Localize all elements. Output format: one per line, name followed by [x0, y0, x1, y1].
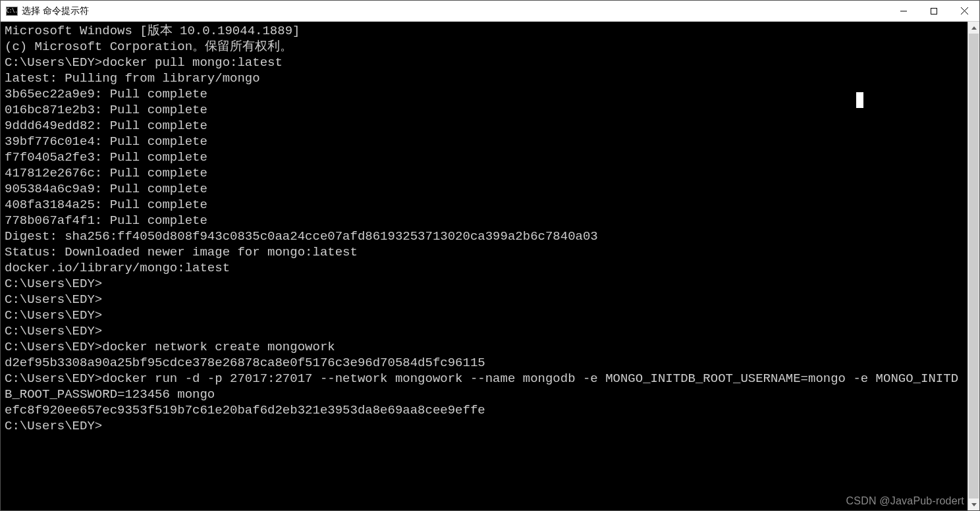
- scroll-up-button[interactable]: [968, 22, 979, 34]
- terminal-line: 778b067af4f1: Pull complete: [5, 213, 965, 229]
- title-bar[interactable]: C:\. 选择 命令提示符: [1, 1, 979, 22]
- minimize-icon: [900, 8, 907, 14]
- terminal-container: Microsoft Windows [版本 10.0.19044.1889](c…: [1, 22, 979, 510]
- window-frame: C:\. 选择 命令提示符 Microsoft Windows [版本 10.0…: [0, 0, 980, 511]
- terminal-line: 9ddd649edd82: Pull complete: [5, 118, 965, 134]
- selection-cursor: [856, 92, 863, 108]
- terminal-line: d2ef95b3308a90a25bf95cdce378e26878ca8e0f…: [5, 355, 965, 371]
- svg-rect-1: [931, 8, 937, 14]
- terminal-line: Status: Downloaded newer image for mongo…: [5, 244, 965, 260]
- terminal-line: C:\Users\EDY>docker run -d -p 27017:2701…: [5, 371, 965, 402]
- close-icon: [961, 7, 968, 14]
- terminal-line: 39bf776c01e4: Pull complete: [5, 134, 965, 149]
- terminal-line: 417812e2676c: Pull complete: [5, 165, 965, 181]
- window-title: 选择 命令提示符: [22, 5, 89, 17]
- terminal-line: C:\Users\EDY>docker network create mongo…: [5, 339, 965, 355]
- minimize-button[interactable]: [888, 1, 919, 21]
- scrollbar[interactable]: [967, 22, 979, 510]
- scroll-track[interactable]: [968, 34, 979, 498]
- scroll-thumb[interactable]: [969, 34, 979, 498]
- terminal-line: C:\Users\EDY>: [5, 292, 965, 308]
- terminal-line: C:\Users\EDY>: [5, 323, 965, 339]
- maximize-icon: [931, 8, 937, 14]
- terminal-line: Microsoft Windows [版本 10.0.19044.1889]: [5, 23, 965, 39]
- terminal-line: (c) Microsoft Corporation。保留所有权利。: [5, 39, 965, 55]
- scroll-down-button[interactable]: [968, 498, 979, 510]
- maximize-button[interactable]: [919, 1, 949, 21]
- window-controls: [888, 1, 979, 21]
- terminal-line: latest: Pulling from library/mongo: [5, 70, 965, 86]
- watermark-text: CSDN @JavaPub-rodert: [846, 495, 964, 507]
- terminal-line: C:\Users\EDY>: [5, 418, 965, 434]
- terminal-output[interactable]: Microsoft Windows [版本 10.0.19044.1889](c…: [1, 22, 967, 510]
- terminal-line: efc8f920ee657ec9353f519b7c61e20baf6d2eb3…: [5, 402, 965, 418]
- svg-marker-5: [971, 503, 977, 506]
- terminal-line: f7f0405a2fe3: Pull complete: [5, 149, 965, 165]
- terminal-line: C:\Users\EDY>: [5, 308, 965, 323]
- terminal-line: Digest: sha256:ff4050d808f943c0835c0aa24…: [5, 229, 965, 244]
- terminal-line: 016bc871e2b3: Pull complete: [5, 102, 965, 118]
- chevron-down-icon: [971, 503, 977, 506]
- terminal-line: C:\Users\EDY>docker pull mongo:latest: [5, 55, 965, 70]
- terminal-line: 408fa3184a25: Pull complete: [5, 197, 965, 213]
- terminal-line: 905384a6c9a9: Pull complete: [5, 181, 965, 197]
- close-button[interactable]: [949, 1, 979, 21]
- terminal-line: C:\Users\EDY>: [5, 276, 965, 292]
- svg-marker-4: [971, 26, 977, 30]
- terminal-line: docker.io/library/mongo:latest: [5, 260, 965, 276]
- app-icon: C:\.: [6, 7, 18, 16]
- chevron-up-icon: [971, 26, 977, 30]
- terminal-line: 3b65ec22a9e9: Pull complete: [5, 86, 965, 102]
